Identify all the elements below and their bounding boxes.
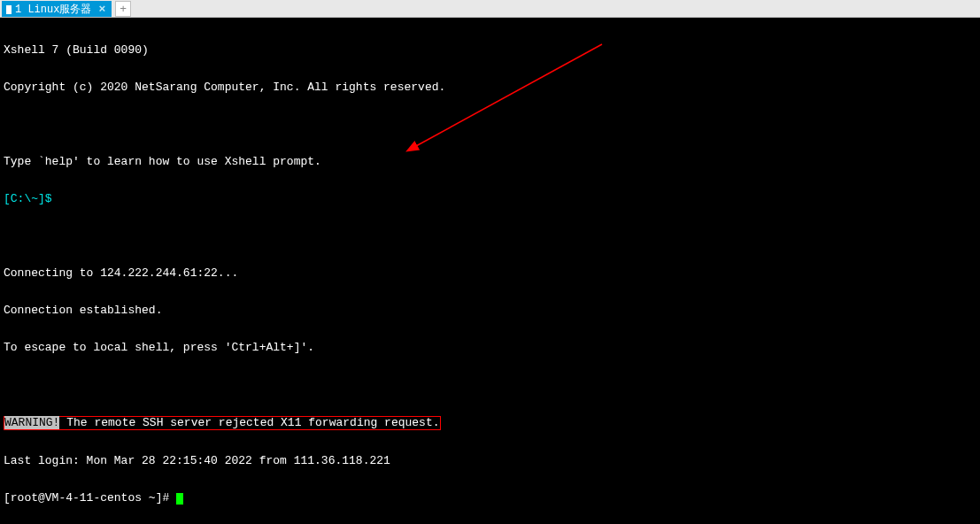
tab-bar: 1 Linux服务器 × + bbox=[0, 0, 980, 18]
terminal-line: Connection established. bbox=[4, 304, 976, 317]
terminal-line: To escape to local shell, press 'Ctrl+Al… bbox=[4, 342, 976, 354]
add-tab-button[interactable]: + bbox=[115, 1, 131, 17]
terminal-line: Copyright (c) 2020 NetSarang Computer, I… bbox=[4, 81, 976, 94]
terminal-prompt-remote: [root@VM-4-11-centos ~]# bbox=[4, 492, 976, 505]
svg-line-1 bbox=[416, 44, 602, 146]
terminal-line bbox=[4, 379, 976, 391]
prompt-text: [root@VM-4-11-centos ~]# bbox=[4, 491, 176, 505]
prompt-text: [C:\~]$ bbox=[4, 192, 58, 205]
terminal-line bbox=[4, 230, 976, 243]
tab-title: 1 Linux服务器 bbox=[15, 2, 91, 17]
terminal-line bbox=[4, 119, 976, 131]
terminal-line: Last login: Mon Mar 28 22:15:40 2022 fro… bbox=[4, 455, 976, 467]
tab-indicator-icon bbox=[6, 5, 12, 14]
plus-icon: + bbox=[120, 3, 127, 16]
terminal-line: Type `help' to learn how to use Xshell p… bbox=[4, 156, 976, 168]
warning-label: WARNING! bbox=[4, 416, 59, 429]
warning-highlight-box: WARNING! The remote SSH server rejected … bbox=[4, 416, 441, 430]
close-icon[interactable]: × bbox=[95, 3, 109, 16]
terminal-warning-line: WARNING! The remote SSH server rejected … bbox=[4, 416, 976, 430]
terminal-pane[interactable]: Xshell 7 (Build 0090) Copyright (c) 2020… bbox=[0, 18, 980, 524]
terminal-prompt-local: [C:\~]$ bbox=[4, 193, 976, 205]
cursor-icon bbox=[176, 493, 183, 505]
tab-session-1[interactable]: 1 Linux服务器 × bbox=[2, 1, 112, 17]
terminal-line: Connecting to 124.222.244.61:22... bbox=[4, 267, 976, 280]
terminal-line: Xshell 7 (Build 0090) bbox=[4, 44, 976, 57]
warning-message: The remote SSH server rejected X11 forwa… bbox=[59, 416, 439, 429]
